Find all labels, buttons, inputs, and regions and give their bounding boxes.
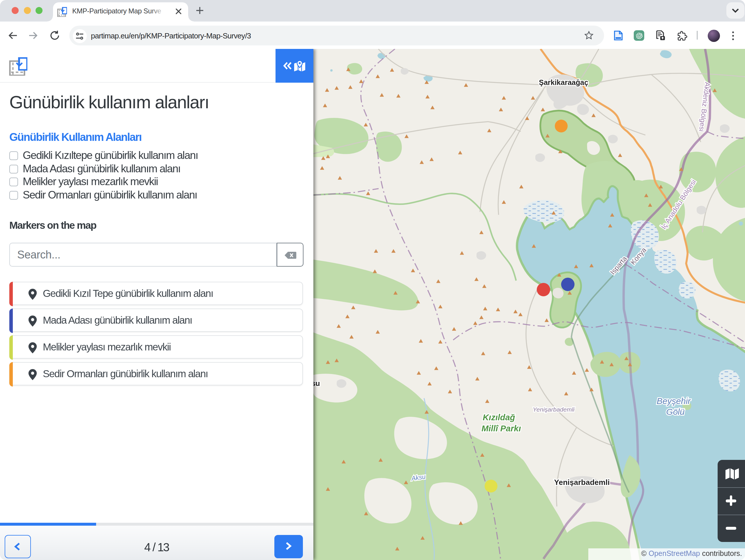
svg-text:Yenişarbademli: Yenişarbademli [554,478,610,487]
svg-text:Kızıldağ: Kızıldağ [482,413,515,422]
svg-text:Gölü: Gölü [666,407,684,417]
svg-text:Yenişarbademli: Yenişarbademli [532,406,575,413]
svg-text:Aksu: Aksu [313,379,320,387]
svg-text:Beyşehir: Beyşehir [656,396,691,406]
svg-text:Millî Parkı: Millî Parkı [481,424,520,433]
svg-text:Şarkikaraağaç: Şarkikaraağaç [539,78,588,86]
